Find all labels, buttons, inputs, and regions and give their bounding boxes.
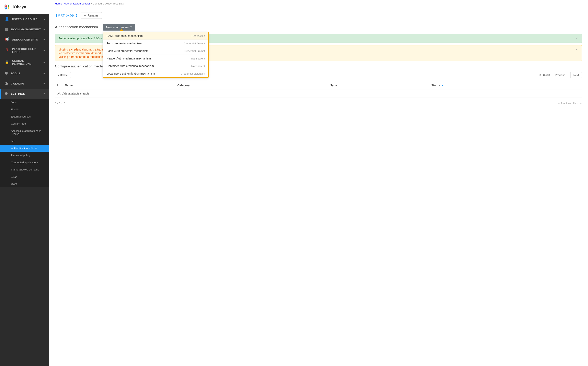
dropdown-item-type: Transparent bbox=[191, 57, 205, 60]
page-content: Test SSO ✏ Rename Authentication mechani… bbox=[49, 7, 588, 366]
chevron-icon: ◂ bbox=[44, 18, 45, 21]
dropdown-item-name: SAML credential mechanism bbox=[106, 34, 143, 38]
submenu-item-jobs[interactable]: Jobs bbox=[0, 99, 49, 106]
logo-area: iObeya bbox=[0, 0, 49, 14]
dropdown-arrow-icon: ▾ bbox=[130, 25, 132, 29]
sidebar-item-label: CATALOG bbox=[11, 82, 24, 85]
dropdown-item-form[interactable]: Form credential mechanism Credential Pro… bbox=[103, 40, 208, 47]
main-content: Home / Authentication policies / Configu… bbox=[49, 0, 588, 366]
sidebar-item-global-permissions[interactable]: 🔒 GLOBAL PERMISSIONS ◂ bbox=[0, 56, 49, 68]
dropdown-item-local-users[interactable]: Local users authentication mechanism Cre… bbox=[103, 70, 208, 77]
sidebar-item-catalog[interactable]: ◑ CATALOG ◂ bbox=[0, 78, 49, 89]
rename-button[interactable]: ✏ Rename bbox=[81, 12, 102, 19]
sidebar-item-label: GLOBAL PERMISSIONS bbox=[12, 59, 44, 65]
submenu-item-external-sources[interactable]: External sources bbox=[0, 113, 49, 120]
chevron-icon: ◂ bbox=[44, 49, 45, 52]
dropdown-item-type: Transparent bbox=[191, 65, 205, 68]
breadcrumb-auth-policies[interactable]: Authentication policies bbox=[64, 2, 90, 5]
users-icon: 👤 bbox=[5, 17, 9, 21]
submenu-item-qcd[interactable]: QCD bbox=[0, 173, 49, 180]
bottom-next-button[interactable]: Next → bbox=[573, 102, 582, 105]
mechanism-label: Authentication mechanism bbox=[55, 25, 98, 29]
mechanisms-table: Name Category Type Status ▼ No da bbox=[55, 82, 582, 98]
new-mechanism-button[interactable]: New mechanism ▾ bbox=[103, 24, 135, 30]
previous-button[interactable]: Previous bbox=[552, 72, 568, 78]
submenu-item-password-policy[interactable]: Password policy bbox=[0, 152, 49, 159]
next-button[interactable]: Next bbox=[570, 72, 582, 78]
dropdown-item-name: Container Auth credential mechanism bbox=[106, 64, 154, 68]
chevron-icon: ◂ bbox=[44, 61, 45, 64]
settings-submenu: Jobs Emails External sources Custom logo… bbox=[0, 99, 49, 187]
submenu-item-iframe-domains[interactable]: Iframe allowed domains bbox=[0, 166, 49, 173]
bottom-nav: ← Previous Next → bbox=[557, 102, 582, 105]
chevron-icon: ◂ bbox=[44, 72, 45, 75]
bottom-count: 0 - 0 of 0 bbox=[55, 102, 65, 105]
sidebar-item-label: ANNOUNCEMENTS bbox=[12, 38, 38, 41]
submenu-item-connected-apps[interactable]: Connected applications bbox=[0, 159, 49, 166]
select-all-checkbox[interactable] bbox=[57, 84, 60, 86]
dropdown-item-type: Redirection bbox=[192, 34, 205, 38]
dropdown-item-type: Credential Prompt bbox=[184, 49, 205, 53]
submenu-item-custom-logo[interactable]: Custom logo bbox=[0, 120, 49, 127]
page-title-row: Test SSO ✏ Rename bbox=[55, 12, 582, 19]
name-column-header: Name bbox=[62, 82, 175, 89]
submenu-item-accessible-apps[interactable]: Accessible applications in iObeya bbox=[0, 127, 49, 137]
no-data-cell: No data available in table bbox=[55, 89, 582, 98]
success-alert-close[interactable]: × bbox=[574, 37, 578, 40]
dropdown-item-container-auth[interactable]: Container Auth credential mechanism Tran… bbox=[103, 62, 208, 70]
warning-alert-close[interactable]: × bbox=[574, 48, 578, 52]
dropdown-item-saml[interactable]: SAML credential mechanism Redirection bbox=[103, 32, 208, 40]
chevron-icon: ◂ bbox=[44, 38, 45, 41]
svg-point-1 bbox=[5, 5, 7, 7]
catalog-icon: ◑ bbox=[5, 81, 8, 86]
announce-icon: 📢 bbox=[5, 37, 9, 42]
dropdown-container: New mechanism ▾ SAML credential mechanis… bbox=[103, 24, 135, 30]
search-input[interactable] bbox=[73, 72, 105, 78]
table-body: No data available in table bbox=[55, 89, 582, 98]
dropdown-item-name: Header Auth credential mechanism bbox=[106, 57, 151, 60]
svg-point-4 bbox=[8, 7, 9, 9]
table-header: Name Category Type Status ▼ bbox=[55, 82, 582, 89]
svg-point-3 bbox=[5, 7, 7, 9]
svg-point-0 bbox=[4, 4, 10, 10]
sidebar-item-announcements[interactable]: 📢 ANNOUNCEMENTS ◂ bbox=[0, 34, 49, 45]
dropdown-item-basic-auth[interactable]: Basic Auth credential mechanism Credenti… bbox=[103, 47, 208, 55]
sidebar-item-tools[interactable]: ✱ TOOLS ◂ bbox=[0, 68, 49, 78]
sidebar: iObeya 👤 USERS & GROUPS ◂ ▦ ROOM MANAGEM… bbox=[0, 0, 49, 366]
status-column-header: Status ▼ bbox=[429, 82, 582, 89]
dropdown-item-header-auth[interactable]: Header Auth credential mechanism Transpa… bbox=[103, 55, 208, 62]
submenu-item-auth-policies[interactable]: Authentication policies bbox=[0, 145, 49, 152]
breadcrumb-home[interactable]: Home bbox=[55, 2, 62, 5]
mechanism-row: Authentication mechanism New mechanism ▾… bbox=[55, 24, 582, 30]
chevron-icon: ◂ bbox=[44, 28, 45, 31]
sidebar-item-label: ROOM MANAGEMENT bbox=[11, 28, 41, 31]
select-all-column bbox=[55, 82, 62, 89]
sidebar-item-label: USERS & GROUPS bbox=[12, 18, 38, 21]
sidebar-item-settings[interactable]: ⚙ SETTINGS ▾ bbox=[0, 89, 49, 99]
dropdown-item-name: Form credential mechanism bbox=[106, 42, 142, 45]
mechanism-dropdown-menu: SAML credential mechanism Redirection Fo… bbox=[103, 32, 209, 78]
help-icon: ❓ bbox=[5, 48, 9, 53]
bottom-pagination: 0 - 0 of 0 ← Previous Next → bbox=[55, 99, 582, 107]
type-column-header: Type bbox=[328, 82, 429, 89]
page-title: Test SSO bbox=[55, 12, 77, 19]
sidebar-item-label: TOOLS bbox=[11, 72, 20, 75]
pencil-icon: ✏ bbox=[84, 14, 87, 17]
dropdown-item-type: Credential Prompt bbox=[184, 42, 205, 45]
submenu-item-dcm[interactable]: DCM bbox=[0, 180, 49, 187]
delete-button[interactable]: x Delete bbox=[55, 72, 71, 78]
table-header-row: Name Category Type Status ▼ bbox=[55, 82, 582, 89]
sidebar-item-users-groups[interactable]: 👤 USERS & GROUPS ◂ bbox=[0, 14, 49, 24]
table-row-nodata: No data available in table bbox=[55, 89, 582, 98]
dropdown-arrow-decorator bbox=[119, 29, 124, 31]
tools-icon: ✱ bbox=[5, 71, 8, 76]
submenu-item-api[interactable]: API bbox=[0, 137, 49, 145]
bottom-previous-button[interactable]: ← Previous bbox=[557, 102, 571, 105]
sort-icon: ▼ bbox=[442, 84, 444, 87]
sidebar-item-room-management[interactable]: ▦ ROOM MANAGEMENT ◂ bbox=[0, 24, 49, 34]
sidebar-item-platform-help[interactable]: ❓ PLATFORM HELP LINKS ◂ bbox=[0, 45, 49, 56]
breadcrumb-separator: / bbox=[91, 2, 93, 5]
settings-icon: ⚙ bbox=[5, 92, 8, 96]
chevron-down-icon: ▾ bbox=[44, 92, 45, 95]
submenu-item-emails[interactable]: Emails bbox=[0, 106, 49, 113]
